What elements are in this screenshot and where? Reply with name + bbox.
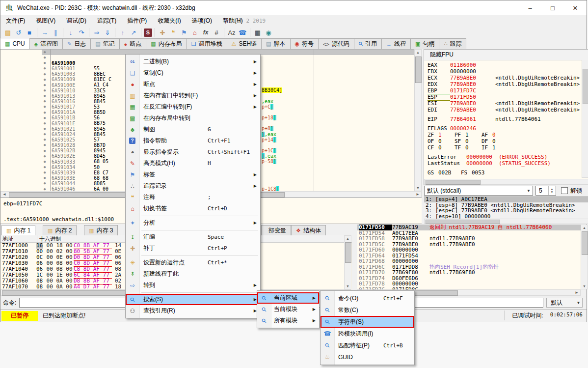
breakpoint-dot[interactable]: ● xyxy=(44,148,46,154)
breakpoint-dot[interactable]: ● xyxy=(44,159,46,165)
argument-row[interactable]: 1: [esp+4] A0C17EEA xyxy=(424,197,588,202)
fpu-toggle-bar[interactable]: 隐藏FPU xyxy=(424,50,588,60)
tab-dump-3[interactable]: ▥ 内存 3 170 xyxy=(84,225,118,236)
menu-current-region[interactable]: ⚲ 当前区域 ▶ xyxy=(257,292,319,304)
breakpoint-dot[interactable]: ● xyxy=(44,175,46,181)
arg-count-stepper[interactable]: 5 ▲▼ xyxy=(535,186,556,196)
trace-over-icon[interactable]: ⇓ xyxy=(103,28,112,37)
stack-panel[interactable]: 0171FD5077B9AC19返回到 ntdll.77B9AC19 自 ntd… xyxy=(357,225,581,289)
breakpoint-dot[interactable]: ● xyxy=(44,93,46,99)
command-profile-select[interactable]: 默认▼ xyxy=(546,298,583,308)
breakpoint-dot[interactable]: ● xyxy=(44,66,46,71)
menu-instr-help[interactable]: ? 指令帮助 Ctrl+F1 xyxy=(126,135,260,146)
menubar-item[interactable]: 插件(P) xyxy=(122,16,152,27)
menu-find-references[interactable]: ⚇ 查找引用(R) ▶ xyxy=(126,305,260,316)
breakpoint-dot[interactable]: ● xyxy=(44,60,46,66)
menu-comment[interactable]: ❝ 注释 ; xyxy=(126,192,260,203)
tab-dump-1[interactable]: ▥ 内存 1 2 xyxy=(1,225,35,236)
breakpoint-dot[interactable]: ● xyxy=(44,165,46,170)
stop-icon[interactable]: ■ xyxy=(25,28,34,37)
menu-label[interactable]: ⚑ 标签 ▶ xyxy=(126,169,260,180)
menu-trace-record[interactable]: ∴ 追踪记录 ▶ xyxy=(126,180,260,192)
breakpoint-dot[interactable]: ● xyxy=(44,77,46,83)
register-row[interactable]: EIP77B64061ntdll.77B64061 xyxy=(428,116,580,122)
bookmark-icon[interactable]: ⌂ xyxy=(190,28,200,37)
register-row[interactable]: LastError00000000(ERROR_SUCCESS) xyxy=(428,154,580,160)
menu-mnemonic-brief[interactable]: ◓ 显示指令提示 Ctrl+Shift+F1 xyxy=(126,146,260,158)
breakpoint-dot[interactable]: ● xyxy=(44,132,46,137)
stack-row[interactable]: 0171FD7800000000 xyxy=(357,281,581,287)
tab-struct[interactable]: ❖ 结构体 592 xyxy=(291,225,326,236)
tab-log[interactable]: ✎ 日志 xyxy=(62,38,91,49)
menu-follow-disasm[interactable]: ▦ 在反汇编中转到(F) ▶ xyxy=(126,101,260,113)
breakpoint-dot[interactable]: ● xyxy=(44,104,46,110)
menu-copy[interactable]: ❏ 复制(C) ▶ xyxy=(126,67,260,79)
register-row[interactable]: CF0TF0IF1 xyxy=(428,144,580,151)
register-row[interactable]: EDI77B9ABE0<ntdll.DbgUiRemoteBreakin> xyxy=(428,107,580,113)
menu-new-thread[interactable]: ↟ 新建线程于此 xyxy=(126,268,260,280)
menu-patch[interactable]: ✚ 补丁 Ctrl+P xyxy=(126,243,260,254)
menubar-item[interactable]: 调试(D) xyxy=(61,16,92,27)
register-row[interactable]: EDX77B9ABE0<ntdll.DbgUiRemoteBreakin> xyxy=(428,81,580,87)
breakpoint-dot[interactable]: ● xyxy=(44,170,46,175)
menu-new-origin[interactable]: ✳ 设置新的运行点 Ctrl+* xyxy=(126,257,260,268)
menu-follow-memmap[interactable]: ▩ 在内存布局中转到 xyxy=(126,113,260,124)
menu-assemble[interactable]: ↧ 汇编 Space xyxy=(126,231,260,243)
trace-into-icon[interactable]: ⇒ xyxy=(92,28,102,37)
tab-breakpoints[interactable]: ● 断点 xyxy=(119,38,147,49)
call-icon[interactable]: ☎ xyxy=(238,28,247,37)
tab-memmap[interactable]: ▦ 内存布局 xyxy=(146,38,187,49)
tab-source[interactable]: <> 源代码 xyxy=(318,38,354,49)
tab-notes[interactable]: ▤ 笔记 xyxy=(90,38,119,49)
breakpoint-dot[interactable]: ● xyxy=(44,154,46,159)
registers-hscrollbar[interactable] xyxy=(424,179,588,185)
pause-icon[interactable]: ∥ xyxy=(51,28,60,37)
calling-convention-select[interactable]: 默认 (stdcall)▼ xyxy=(424,186,533,196)
scylla-icon[interactable]: S xyxy=(144,28,152,37)
menu-search-strings[interactable]: ⚲ 字符串(S) xyxy=(321,316,414,328)
breakpoint-dot[interactable]: ● xyxy=(44,99,46,104)
register-row[interactable]: EBX00000000 xyxy=(428,68,580,75)
stack-row[interactable]: 0171FD640171FD54 xyxy=(357,253,581,259)
breakpoint-dot[interactable]: ● xyxy=(44,55,46,60)
strings-icon[interactable]: Az xyxy=(227,28,237,37)
label-icon[interactable]: ⚑ xyxy=(179,28,189,37)
breakpoint-dot[interactable]: ● xyxy=(44,72,46,77)
tab-dump-2[interactable]: ▥ 内存 2 86 xyxy=(43,225,77,236)
hash-icon[interactable]: # xyxy=(212,28,221,37)
run-icon[interactable]: → xyxy=(40,28,50,37)
tab-threads[interactable]: → 线程 xyxy=(381,38,411,49)
tab-script[interactable]: ▤ 脚本 xyxy=(261,38,290,49)
menu-highlight-mode[interactable]: ✎ 高亮模式(H) H xyxy=(126,158,260,169)
menu-graph[interactable]: ♣ 制图 G xyxy=(126,124,260,135)
menu-binary[interactable]: 01 二进制(B) ▶ xyxy=(126,56,260,67)
stack-row[interactable]: 0171FD6000000000 xyxy=(357,247,581,253)
stack-vscrollbar[interactable]: ▲ ▼ xyxy=(581,225,588,289)
tab-callstack[interactable]: ❏ 调用堆栈 xyxy=(187,38,227,49)
stack-row[interactable]: 0171FD5C77B9ABE0ntdll.77B9ABE0 xyxy=(357,242,581,248)
menu-pattern[interactable]: ⚲ 匹配特征(P) Ctrl+B xyxy=(321,340,414,351)
unlock-checkbox[interactable] xyxy=(561,187,568,194)
breakpoint-dot[interactable]: ● xyxy=(44,142,46,148)
maximize-button[interactable]: □ xyxy=(541,0,564,15)
menu-follow-dump[interactable]: ▥ 在内存窗口中转到(F) ▶ xyxy=(126,90,260,101)
menu-goto[interactable]: ⇨ 转到 ▶ xyxy=(126,280,260,291)
stack-row[interactable]: 0171FD74D60FE6D6 xyxy=(357,276,581,282)
attach-icon[interactable]: ↗ xyxy=(129,28,138,37)
menubar-item[interactable]: 选项(O) xyxy=(187,16,217,27)
calculator-icon[interactable]: ▦ xyxy=(253,28,263,37)
breakpoint-dot[interactable]: ● xyxy=(44,88,46,93)
menu-analysis[interactable]: ✦ 分析 ▶ xyxy=(126,217,260,228)
breakpoint-dot[interactable]: ● xyxy=(44,83,46,88)
menu-search-command[interactable]: ⚲ 命令(O) Ctrl+F xyxy=(321,292,414,304)
tab-cpu[interactable]: ▦ CPU xyxy=(0,38,30,49)
menubar-item[interactable]: 视图(V) xyxy=(30,16,61,27)
register-row[interactable]: ESI77B9ABE0<ntdll.DbgUiRemoteBreakin> xyxy=(428,100,580,107)
menu-search[interactable]: ⚲ 搜索(S) ▶ xyxy=(126,294,260,305)
tab-trace[interactable]: ∴ 跟踪 xyxy=(439,38,466,49)
breakpoint-dot[interactable]: ● xyxy=(44,121,46,126)
breakpoint-dot[interactable]: ● xyxy=(44,50,46,55)
stack-row[interactable]: 0171FD7077B69F80ntdll.77B69F80 xyxy=(357,270,581,276)
menubar-item[interactable]: 收藏夹(I) xyxy=(152,16,186,27)
register-row[interactable]: ZF1PF1AF0 xyxy=(428,132,580,138)
